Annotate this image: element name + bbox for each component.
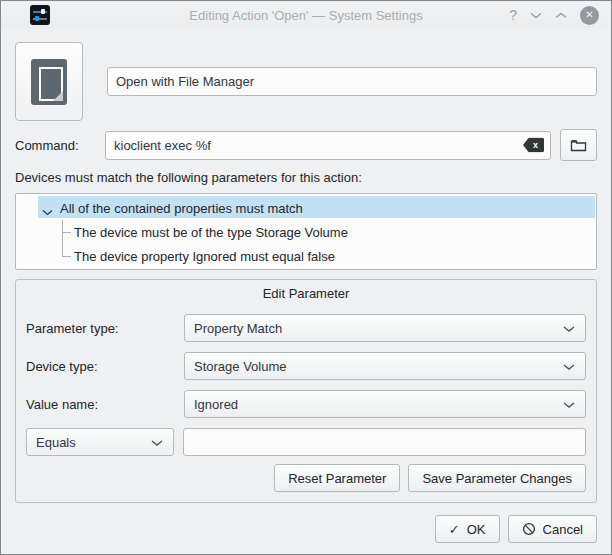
edit-parameter-groupbox: Edit Parameter Parameter type: Property … <box>15 279 597 503</box>
value-name-select[interactable]: Ignored <box>184 390 586 418</box>
action-icon-button[interactable] <box>15 42 83 121</box>
groupbox-title: Edit Parameter <box>26 286 586 302</box>
tree-row-child[interactable]: The device must be of the type Storage V… <box>16 220 596 244</box>
chevron-down-icon <box>151 435 163 450</box>
reset-parameter-button[interactable]: Reset Parameter <box>274 464 400 492</box>
browse-file-button[interactable] <box>560 129 597 161</box>
ok-button[interactable]: ✓ OK <box>435 515 500 543</box>
devices-instruction-label: Devices must match the following paramet… <box>15 170 597 186</box>
parameters-tree[interactable]: All of the contained properties must mat… <box>15 193 597 270</box>
chevron-down-icon <box>563 359 575 374</box>
system-settings-icon <box>30 5 50 25</box>
command-input[interactable] <box>105 131 551 160</box>
cancel-icon <box>522 522 536 536</box>
titlebar[interactable]: Editing Action 'Open' — System Settings … <box>1 1 611 29</box>
command-label: Command: <box>15 138 105 153</box>
minimize-icon[interactable] <box>530 12 542 19</box>
device-type-label: Device type: <box>26 359 184 374</box>
help-icon[interactable]: ? <box>509 8 517 22</box>
parameter-type-select[interactable]: Property Match <box>184 314 586 342</box>
close-icon[interactable]: ✕ <box>580 6 599 25</box>
cancel-button[interactable]: Cancel <box>508 515 597 543</box>
chevron-down-icon <box>563 321 575 336</box>
chevron-down-icon <box>563 397 575 412</box>
tree-row-root[interactable]: All of the contained properties must mat… <box>16 196 596 220</box>
parameter-value-input[interactable] <box>183 428 586 456</box>
folder-icon <box>570 138 587 152</box>
maximize-icon[interactable] <box>555 12 567 19</box>
parameter-type-label: Parameter type: <box>26 321 184 336</box>
tree-row-child[interactable]: The device property Ignored must equal f… <box>16 244 596 268</box>
device-type-select[interactable]: Storage Volume <box>184 352 586 380</box>
action-name-input[interactable] <box>107 67 597 96</box>
operator-select[interactable]: Equals <box>26 428 174 456</box>
check-icon: ✓ <box>449 522 460 537</box>
dialog-window: Editing Action 'Open' — System Settings … <box>0 0 612 555</box>
value-name-label: Value name: <box>26 397 184 412</box>
save-parameter-changes-button[interactable]: Save Parameter Changes <box>408 464 586 492</box>
document-icon <box>31 59 67 105</box>
